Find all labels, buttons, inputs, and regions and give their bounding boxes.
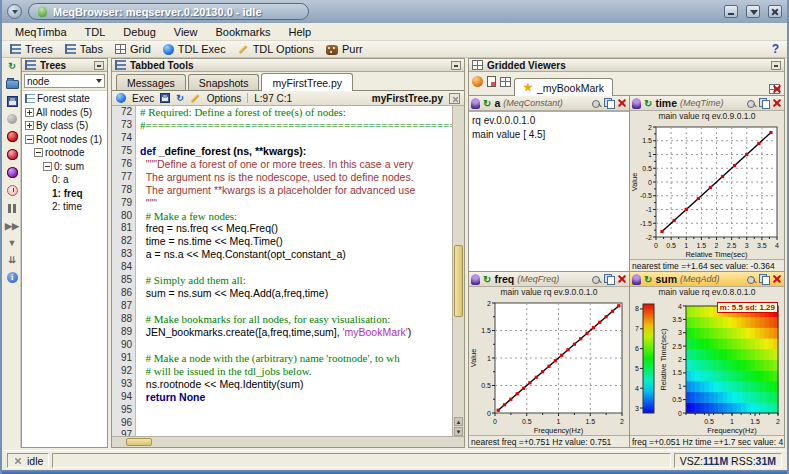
titlebar[interactable]: MeqBrowser: meqserver.0.20130.0 - idle: [2, 0, 787, 23]
pin-icon[interactable]: [747, 275, 756, 284]
tree-item-1-freq[interactable]: 1: freq: [22, 187, 107, 201]
viewer-freq-header[interactable]: ↻ freq (MeqFreq): [469, 272, 629, 287]
pin-icon[interactable]: [592, 275, 601, 284]
viewer-icon[interactable]: [471, 98, 480, 109]
add-page-icon[interactable]: [487, 76, 496, 87]
new-page-icon[interactable]: [472, 76, 483, 87]
tab-snapshots[interactable]: Snapshots: [188, 74, 260, 90]
sum-plot[interactable]: m: 5.5 sd: 1.29 87654300.511.522.533.540…: [630, 298, 784, 435]
refresh-view-icon[interactable]: ↻: [644, 274, 652, 285]
scroll-up-icon[interactable]: ▲: [454, 417, 463, 426]
window-menu-button[interactable]: [7, 4, 22, 19]
step-icon[interactable]: ▼: [8, 238, 17, 248]
minimize-button[interactable]: [724, 5, 738, 18]
viewer-time[interactable]: ↻ time (MeqTime) main value rq ev.0.9.0.…: [630, 96, 784, 271]
record-icon[interactable]: [7, 114, 17, 124]
viewer-sum[interactable]: ↻ sum (MeqAdd) main value rq ev.0.8.0.1.…: [630, 272, 784, 447]
debug-breakpoint-icon[interactable]: [7, 131, 18, 142]
layout-grid-icon[interactable]: [500, 77, 511, 87]
menu-help[interactable]: Help: [280, 25, 319, 39]
tabbed-tools-header[interactable]: Tabbed Tools: [112, 59, 464, 72]
viewer-freq[interactable]: ↻ freq (MeqFreq) main value rq ev.9.0.0.…: [469, 272, 629, 447]
collapse-icon[interactable]: [43, 162, 52, 171]
close-viewer-icon[interactable]: [617, 274, 627, 284]
refresh-view-icon[interactable]: ↻: [483, 274, 491, 285]
pin-icon[interactable]: [592, 99, 601, 108]
editor-vertical-scrollbar[interactable]: ▲ ▼: [452, 106, 464, 436]
freq-plot[interactable]: 00.511.5200.511.52Frequency(Hz)Value: [469, 298, 629, 435]
float-window-icon[interactable]: [759, 274, 769, 284]
editor-horizontal-scrollbar[interactable]: [112, 436, 464, 447]
open-forest-icon[interactable]: [6, 80, 19, 89]
viewer-a[interactable]: ↻ a (MeqConstant) rq ev.0.0.0.1.0main va…: [469, 96, 629, 271]
debug-verbose-icon[interactable]: [7, 167, 18, 178]
tree-item-2-time[interactable]: 2: time: [22, 200, 107, 214]
debug-clock-icon[interactable]: [7, 185, 18, 196]
tree-item-0-sum[interactable]: 0: sum: [22, 160, 107, 174]
menu-debug[interactable]: Debug: [115, 25, 163, 39]
horizontal-scroll-thumb[interactable]: [126, 438, 152, 446]
close-viewer-icon[interactable]: [772, 274, 782, 284]
save-icon[interactable]: [160, 93, 170, 103]
pin-icon[interactable]: [747, 99, 756, 108]
tree-item-0-a[interactable]: 0: a: [22, 173, 107, 187]
float-window-icon[interactable]: [604, 98, 614, 108]
menu-view[interactable]: View: [166, 25, 206, 39]
collapse-icon[interactable]: [25, 135, 34, 144]
toolbar-tdl-options-button[interactable]: TDL Options: [238, 43, 314, 55]
maximize-button[interactable]: [746, 5, 760, 18]
viewer-a-header[interactable]: ↻ a (MeqConstant): [469, 96, 629, 111]
menu-meqtimba[interactable]: MeqTimba: [7, 25, 75, 39]
trees-minimize-button[interactable]: [94, 61, 104, 70]
toolbar-tabs-button[interactable]: Tabs: [65, 43, 103, 55]
editor-close-button[interactable]: [449, 93, 460, 104]
refresh-view-icon[interactable]: ↻: [644, 98, 652, 109]
options-button[interactable]: Options: [207, 93, 241, 104]
collapse-icon[interactable]: [34, 148, 43, 157]
viewer-icon[interactable]: [471, 274, 480, 285]
tab-myfirsttree-py[interactable]: myFirstTree.py: [261, 73, 353, 91]
close-page-icon[interactable]: [769, 84, 781, 95]
exec-icon[interactable]: [116, 93, 126, 103]
refresh-icon[interactable]: ↻: [8, 61, 16, 71]
toolbar-tdl-exec-button[interactable]: TDL Exec: [163, 43, 226, 55]
run-to-end-icon[interactable]: ⇊: [8, 255, 16, 265]
node-scope-select[interactable]: node: [24, 74, 105, 88]
tabbed-tools-minimize-button[interactable]: [451, 61, 461, 70]
viewer-sum-header[interactable]: ↻ sum (MeqAdd): [630, 272, 784, 287]
code-text[interactable]: # Required: Define a forest of tree(s) o…: [136, 106, 452, 436]
code-editor[interactable]: 7273747576777879808182838485868788899091…: [112, 106, 464, 436]
options-icon[interactable]: [190, 93, 201, 104]
bookmark-tab[interactable]: ★ _myBookMark: [514, 78, 613, 96]
save-forest-icon[interactable]: [7, 96, 18, 107]
close-button[interactable]: [768, 5, 782, 18]
tree-item-forest-state[interactable]: Forest state: [22, 92, 107, 106]
tree-item-root-nodes-1-[interactable]: Root nodes (1): [22, 133, 107, 147]
viewer-time-header[interactable]: ↻ time (MeqTime): [630, 96, 784, 111]
viewer-icon[interactable]: [632, 274, 641, 285]
menu-bookmarks[interactable]: Bookmarks: [207, 25, 278, 39]
menu-tdl[interactable]: TDL: [77, 25, 114, 39]
close-viewer-icon[interactable]: [617, 98, 627, 108]
whats-this-icon[interactable]: ?: [772, 42, 779, 56]
tree-item-all-nodes-5-[interactable]: All nodes (5): [22, 106, 107, 120]
expand-icon[interactable]: [25, 121, 34, 130]
expand-icon[interactable]: [25, 108, 34, 117]
exec-button[interactable]: Exec: [132, 93, 154, 104]
tab-messages[interactable]: Messages: [116, 74, 186, 90]
refresh-script-icon[interactable]: ↻: [176, 93, 184, 103]
info-icon[interactable]: i: [7, 272, 18, 283]
toolbar-grid-button[interactable]: Grid: [115, 43, 151, 55]
vertical-scroll-thumb[interactable]: [454, 245, 463, 318]
tree-item-rootnode[interactable]: rootnode: [22, 146, 107, 160]
resume-icon[interactable]: ▶▶: [5, 221, 19, 231]
close-viewer-icon[interactable]: [772, 98, 782, 108]
debug-stop-icon[interactable]: [7, 149, 18, 160]
toolbar-purr-button[interactable]: Purr: [326, 43, 363, 55]
float-window-icon[interactable]: [759, 98, 769, 108]
time-plot[interactable]: 00.511.522.533.54-2-1.5-1-0.500.511.52Re…: [630, 122, 784, 259]
refresh-view-icon[interactable]: ↻: [483, 98, 491, 109]
gridded-minimize-button[interactable]: [771, 61, 781, 70]
float-window-icon[interactable]: [604, 274, 614, 284]
trees-panel-header[interactable]: Trees: [22, 59, 107, 72]
